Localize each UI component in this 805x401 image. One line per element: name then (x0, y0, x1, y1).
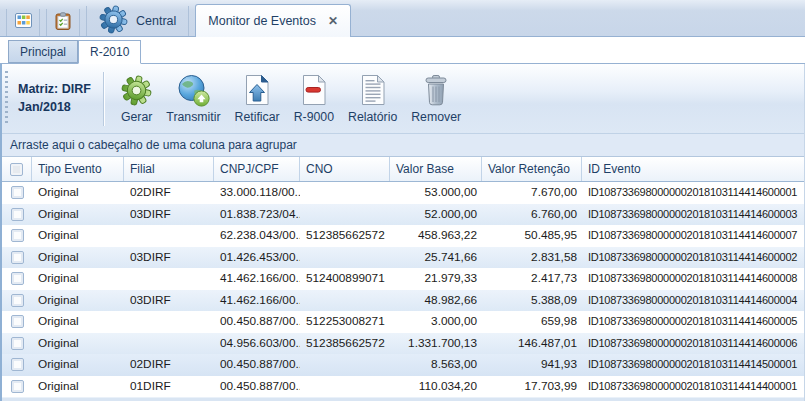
row-checkbox[interactable] (11, 272, 24, 285)
table-row[interactable]: Original02DIRF00.450.887/00...8.563,0094… (2, 354, 804, 376)
cell-tipo: Original (32, 376, 124, 398)
gerar-button[interactable]: Gerar (114, 71, 159, 127)
cell-cnpj: 00.450.887/00... (214, 311, 300, 333)
cell-id-evento: ID1087336980000002018103114414400001 (582, 376, 804, 398)
row-checkbox-cell (2, 358, 32, 371)
column-header-tipo[interactable]: Tipo Evento (32, 157, 124, 181)
select-all-checkbox[interactable] (10, 163, 23, 176)
table-row[interactable]: Original03DIRF01.426.453/00...25.741,662… (2, 247, 804, 269)
cell-valor-retencao: 5.388,09 (482, 290, 582, 312)
row-checkbox[interactable] (11, 229, 24, 242)
table-row[interactable]: Original41.462.166/00...51240089907121.9… (2, 268, 804, 290)
cell-cnpj: 41.462.166/00... (214, 290, 300, 312)
cell-filial: 02DIRF (124, 354, 214, 376)
row-checkbox[interactable] (11, 358, 24, 371)
globe-upload-icon (177, 74, 210, 107)
cell-cno: 512253008271 (300, 311, 390, 333)
column-header-vbase[interactable]: Valor Base (390, 157, 482, 181)
gerar-label: Gerar (121, 110, 152, 124)
subtab-bar: Principal R-2010 (0, 37, 805, 64)
table-row[interactable]: Original04.956.603/00...5123856625721.33… (2, 333, 804, 355)
row-checkbox[interactable] (11, 337, 24, 350)
row-checkbox-cell (2, 315, 32, 328)
row-checkbox-cell (2, 337, 32, 350)
cell-cno: 512385662572 (300, 333, 390, 355)
cell-tipo: Original (32, 354, 124, 376)
content-panel: Matriz: DIRF Jan/2018 (0, 64, 805, 401)
row-checkbox-cell (2, 229, 32, 242)
retificar-button[interactable]: Retificar (228, 71, 287, 127)
table-row[interactable]: Original00.450.887/00...5122530082713.00… (2, 311, 804, 333)
cell-valor-retencao: 50.485,95 (482, 225, 582, 247)
cell-tipo: Original (32, 290, 124, 312)
row-checkbox[interactable] (11, 186, 24, 199)
tab-monitor-de-eventos[interactable]: Monitor de Eventos ✕ (195, 4, 351, 37)
row-checkbox[interactable] (11, 251, 24, 264)
table-row[interactable]: Original03DIRF41.462.166/00...48.982,665… (2, 290, 804, 312)
cell-tipo: Original (32, 204, 124, 226)
cell-cnpj: 00.450.887/00... (214, 354, 300, 376)
cell-cnpj: 00.450.887/00... (214, 376, 300, 398)
cell-filial: 02DIRF (124, 182, 214, 204)
cell-id-evento: ID1087336980000002018103114414600007 (582, 225, 804, 247)
relatorio-button[interactable]: Relatório (341, 71, 404, 127)
column-header-filial[interactable]: Filial (124, 157, 214, 181)
r9000-label: R-9000 (294, 110, 334, 124)
column-header-cnpj[interactable]: CNPJ/CPF (214, 157, 300, 181)
row-checkbox[interactable] (11, 380, 24, 393)
group-by-hint: Arraste aqui o cabeçalho de uma coluna p… (10, 138, 297, 152)
cell-cnpj: 33.000.118/00... (214, 182, 300, 204)
cell-tipo: Original (32, 333, 124, 355)
cell-valor-base: 110.034,20 (390, 376, 482, 398)
cell-filial: 03DIRF (124, 204, 214, 226)
cell-id-evento: ID1087336980000002018103114414600002 (582, 247, 804, 269)
matrix-line2: Jan/2018 (18, 99, 91, 117)
cell-cnpj: 01.426.453/00... (214, 247, 300, 269)
remover-button[interactable]: Remover (404, 71, 468, 127)
document-minus-icon (300, 74, 328, 107)
cell-valor-retencao: 6.760,00 (482, 204, 582, 226)
grid-header: Tipo EventoFilialCNPJ/CPFCNOValor BaseVa… (2, 157, 804, 182)
toolbar-grip-handle[interactable] (5, 71, 8, 126)
transmitir-label: Transmitir (166, 110, 220, 124)
cell-valor-base: 48.982,66 (390, 290, 482, 312)
close-icon[interactable]: ✕ (328, 14, 338, 28)
tab-central[interactable]: Central (86, 6, 189, 36)
cell-tipo: Original (32, 311, 124, 333)
row-checkbox[interactable] (11, 208, 24, 221)
column-header-cno[interactable]: CNO (300, 157, 390, 181)
cell-filial: 01DIRF (124, 376, 214, 398)
tab-home-grid[interactable] (6, 9, 40, 36)
r9000-button[interactable]: R-9000 (287, 71, 341, 127)
tab-principal[interactable]: Principal (8, 40, 78, 63)
table-row[interactable]: Original62.238.043/00...512385662572458.… (2, 225, 804, 247)
column-header-id[interactable]: ID Evento (582, 157, 804, 181)
matrix-period-label: Matriz: DIRF Jan/2018 (18, 81, 91, 116)
cell-tipo: Original (32, 182, 124, 204)
cell-valor-retencao: 659,98 (482, 311, 582, 333)
row-checkbox-cell (2, 208, 32, 221)
cell-id-evento: ID1087336980000002018103114414600008 (582, 268, 804, 290)
row-checkbox-cell (2, 186, 32, 199)
row-checkbox[interactable] (11, 315, 24, 328)
cell-valor-base: 52.000,00 (390, 204, 482, 226)
table-row[interactable]: Original01DIRF00.450.887/00...110.034,20… (2, 376, 804, 398)
cell-valor-base: 458.963,22 (390, 225, 482, 247)
row-checkbox-cell (2, 272, 32, 285)
column-header-vret[interactable]: Valor Retenção (482, 157, 582, 181)
cell-filial: 03DIRF (124, 290, 214, 312)
cell-valor-retencao: 17.703,99 (482, 376, 582, 398)
toolbar: Matriz: DIRF Jan/2018 (2, 64, 804, 134)
tab-r2010[interactable]: R-2010 (78, 40, 141, 64)
group-by-band[interactable]: Arraste aqui o cabeçalho de uma coluna p… (2, 134, 804, 157)
cell-valor-base: 53.000,00 (390, 182, 482, 204)
transmitir-button[interactable]: Transmitir (159, 71, 227, 127)
remover-label: Remover (411, 110, 461, 124)
tab-task-list[interactable] (46, 9, 80, 36)
row-checkbox[interactable] (11, 294, 24, 307)
app-window: Central Monitor de Eventos ✕ Principal R… (0, 0, 805, 401)
table-row[interactable]: Original03DIRF01.838.723/04...52.000,006… (2, 204, 804, 226)
grid-apps-icon (15, 13, 32, 32)
cell-valor-retencao: 7.670,00 (482, 182, 582, 204)
table-row[interactable]: Original02DIRF33.000.118/00...53.000,007… (2, 182, 804, 204)
